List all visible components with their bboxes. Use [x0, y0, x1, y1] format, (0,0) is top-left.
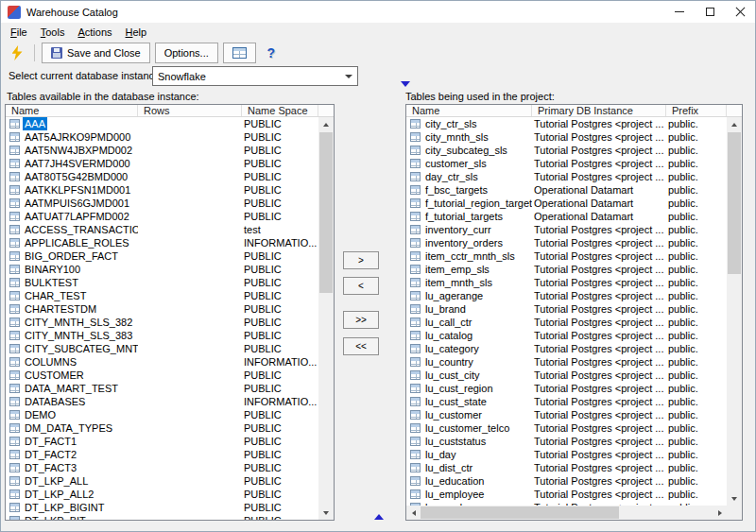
table-row[interactable]: CITY_MNTH_SLS_382PUBLIC	[6, 316, 318, 329]
table-row[interactable]: CITY_MNTH_SLS_383PUBLIC	[6, 329, 318, 342]
table-row[interactable]: item_emp_slsTutorial Postgres <project .…	[406, 263, 727, 276]
table-row[interactable]: DT_LKP_ALL2PUBLIC	[6, 488, 318, 501]
table-row[interactable]: BINARY100PUBLIC	[6, 263, 318, 276]
table-row[interactable]: lu_agerangeTutorial Postgres <project ..…	[406, 289, 727, 302]
table-row[interactable]: CHARTESTDMPUBLIC	[6, 302, 318, 316]
available-tables-vscrollbar[interactable]	[318, 117, 334, 520]
cell-rows	[138, 144, 242, 157]
table-row[interactable]: lu_cust_cityTutorial Postgres <project .…	[406, 369, 727, 382]
table-row[interactable]: APPLICABLE_ROLESINFORMATIO...	[6, 236, 318, 249]
table-row[interactable]: item_mnth_slsTutorial Postgres <project …	[406, 276, 727, 289]
table-row[interactable]: lu_categoryTutorial Postgres <project ..…	[406, 342, 727, 355]
table-row[interactable]: f_tutorial_targetsOperational Datamartpu…	[406, 210, 727, 223]
column-header-name[interactable]: Name	[406, 105, 532, 116]
table-row[interactable]: f_bsc_targetsOperational Datamartpublic.	[406, 183, 727, 197]
table-row[interactable]: ACCESS_TRANSACTION...test	[6, 223, 318, 236]
table-row[interactable]: city_mnth_slsTutorial Postgres <project …	[406, 130, 727, 144]
table-row[interactable]: DT_LKP_ALLPUBLIC	[6, 474, 318, 488]
table-row[interactable]: DEMOPUBLIC	[6, 408, 318, 421]
table-row[interactable]: CHAR_TESTPUBLIC	[6, 289, 318, 302]
remove-table-button[interactable]: <	[343, 277, 379, 295]
close-button[interactable]	[725, 1, 755, 23]
column-header-prefix[interactable]: Prefix	[666, 105, 727, 116]
project-tables-vscrollbar[interactable]	[727, 117, 742, 506]
table-row[interactable]: DT_FACT1PUBLIC	[6, 435, 318, 448]
table-row[interactable]: lu_dayTutorial Postgres <project ...publ…	[406, 448, 727, 461]
menu-tools[interactable]: Tools	[34, 25, 72, 40]
maximize-button[interactable]	[695, 1, 725, 23]
table-row[interactable]: city_subcateg_slsTutorial Postgres <proj…	[406, 144, 727, 157]
table-row[interactable]: lu_customerTutorial Postgres <project ..…	[406, 408, 727, 421]
table-row[interactable]: AATKKLPFSN1MD001PUBLIC	[6, 183, 318, 197]
minimize-button[interactable]	[664, 1, 695, 23]
menu-actions[interactable]: Actions	[71, 25, 118, 40]
add-all-tables-button[interactable]: >>	[343, 311, 379, 329]
table-row[interactable]: customer_slsTutorial Postgres <project .…	[406, 157, 727, 170]
table-row[interactable]: AAT80T5G42BMD000PUBLIC	[6, 170, 318, 183]
help-button[interactable]: ?	[261, 43, 282, 63]
table-row[interactable]: AATUAT7LAPFMD002PUBLIC	[6, 210, 318, 223]
table-row[interactable]: AATMPUIS6GJMD001PUBLIC	[6, 197, 318, 210]
table-row[interactable]: CUSTOMERPUBLIC	[6, 369, 318, 382]
table-row[interactable]: DT_LKP_BIGINTPUBLIC	[6, 501, 318, 514]
table-row[interactable]: lu_educationTutorial Postgres <project .…	[406, 474, 727, 488]
menu-file[interactable]: File	[4, 25, 34, 40]
save-and-close-button[interactable]: Save and Close	[42, 43, 150, 63]
table-row[interactable]: lu_catalogTutorial Postgres <project ...…	[406, 329, 727, 342]
table-row[interactable]: lu_dist_ctrTutorial Postgres <project ..…	[406, 461, 727, 474]
scroll-left-icon[interactable]	[406, 506, 421, 520]
options-button[interactable]: Options...	[155, 43, 218, 63]
remove-all-tables-button[interactable]: <<	[343, 337, 379, 355]
table-row[interactable]: lu_cust_stateTutorial Postgres <project …	[406, 395, 727, 408]
scrollbar-thumb[interactable]	[319, 132, 333, 293]
table-row[interactable]: DT_LKP_BITPUBLIC	[6, 514, 318, 520]
collapse-panel-arrow-icon[interactable]	[401, 81, 410, 87]
table-row[interactable]: lu_countryTutorial Postgres <project ...…	[406, 355, 727, 369]
table-row[interactable]: lu_custstatusTutorial Postgres <project …	[406, 435, 727, 448]
table-row[interactable]: AAAPUBLIC	[6, 117, 318, 130]
scrollbar-thumb[interactable]	[421, 506, 619, 519]
table-row[interactable]: lu_employeeTutorial Postgres <project ..…	[406, 488, 727, 501]
column-header-namespace[interactable]: Name Space	[242, 105, 318, 116]
database-instance-select[interactable]: Snowflake	[152, 66, 358, 86]
table-row[interactable]: COLUMNSINFORMATIO...	[6, 355, 318, 369]
table-row[interactable]: AAT5AJRKO9PMD000PUBLIC	[6, 130, 318, 144]
table-row[interactable]: AAT5NW4JBXPMD002PUBLIC	[6, 144, 318, 157]
table-row[interactable]: lu_brandTutorial Postgres <project ...pu…	[406, 302, 727, 316]
combo-dropdown-button[interactable]	[340, 68, 356, 84]
table-row[interactable]: BULKTESTPUBLIC	[6, 276, 318, 289]
table-row[interactable]: CITY_SUBCATEG_MNTH...PUBLIC	[6, 342, 318, 355]
scrollbar-thumb[interactable]	[728, 132, 741, 274]
scroll-up-icon[interactable]	[727, 117, 742, 131]
execute-button[interactable]	[7, 43, 27, 63]
menu-help[interactable]: Help	[119, 25, 154, 40]
triangle-up-icon	[731, 123, 737, 127]
table-row[interactable]: DATABASESINFORMATIO...	[6, 395, 318, 408]
table-row[interactable]: DT_FACT3PUBLIC	[6, 461, 318, 474]
table-row[interactable]: lu_call_ctrTutorial Postgres <project ..…	[406, 316, 727, 329]
scroll-up-icon[interactable]	[318, 117, 334, 131]
table-row[interactable]: city_ctr_slsTutorial Postgres <project .…	[406, 117, 727, 130]
expand-panel-arrow-icon[interactable]	[374, 514, 384, 520]
project-tables-hscrollbar[interactable]	[406, 506, 727, 520]
column-header-primary-db-instance[interactable]: Primary DB Instance	[532, 105, 666, 116]
table-row[interactable]: lu_cust_regionTutorial Postgres <project…	[406, 382, 727, 395]
add-table-button[interactable]: >	[343, 251, 379, 269]
table-row[interactable]: lu_customer_telcoTutorial Postgres <proj…	[406, 421, 727, 435]
table-row[interactable]: inventory_ordersTutorial Postgres <proje…	[406, 236, 727, 249]
scroll-right-icon[interactable]	[713, 506, 727, 520]
table-row[interactable]: day_ctr_slsTutorial Postgres <project ..…	[406, 170, 727, 183]
table-row[interactable]: inventory_currTutorial Postgres <project…	[406, 223, 727, 236]
table-row[interactable]: f_tutorial_region_targetsOperational Dat…	[406, 197, 727, 210]
column-header-name[interactable]: Name	[6, 105, 138, 116]
column-header-rows[interactable]: Rows	[138, 105, 242, 116]
table-row[interactable]: DM_DATA_TYPESPUBLIC	[6, 421, 318, 435]
table-row[interactable]: BIG_ORDER_FACTPUBLIC	[6, 249, 318, 263]
table-row[interactable]: DATA_MART_TESTPUBLIC	[6, 382, 318, 395]
scroll-down-icon[interactable]	[727, 491, 742, 506]
grid-view-button[interactable]	[223, 43, 256, 63]
table-row[interactable]: DT_FACT2PUBLIC	[6, 448, 318, 461]
scroll-down-icon[interactable]	[318, 506, 334, 520]
table-row[interactable]: AAT7JH4SVERMD000PUBLIC	[6, 157, 318, 170]
table-row[interactable]: item_cctr_mnth_slsTutorial Postgres <pro…	[406, 249, 727, 263]
